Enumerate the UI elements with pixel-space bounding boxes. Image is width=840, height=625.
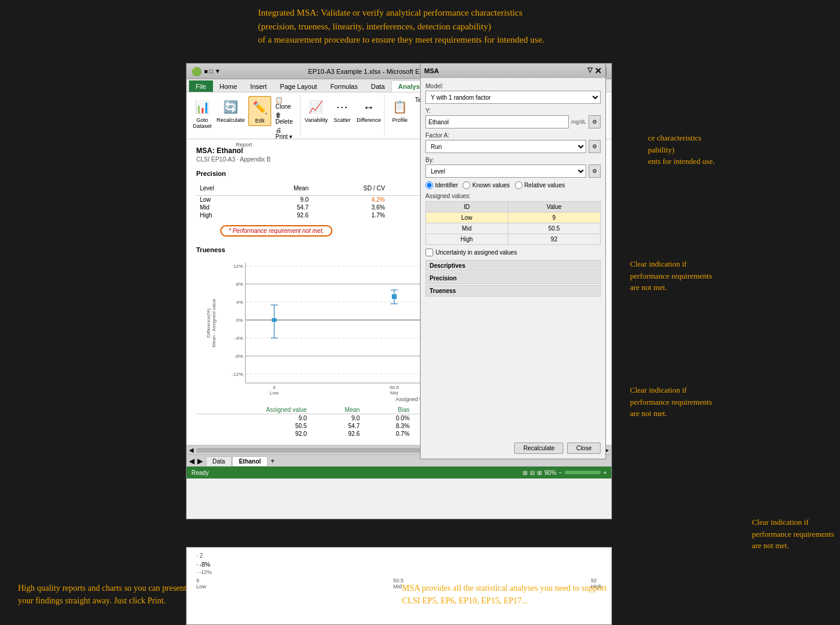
sheet-subtitle: CLSI EP10-A3 · Appendix B <box>196 156 271 163</box>
scatter-button[interactable]: ⋯ Scatter <box>331 96 353 125</box>
svg-text:9: 9 <box>273 385 276 390</box>
edit-label: Edit <box>255 118 265 124</box>
zoom-controls[interactable]: ⊞ ⊟ ⊞ 90% − + <box>523 470 607 476</box>
difference-icon: ↔ <box>359 97 379 116</box>
uncertainty-checkbox[interactable] <box>425 249 433 256</box>
bias-2: 8.3% <box>364 422 413 430</box>
tab-page-layout[interactable]: Page Layout <box>274 80 324 92</box>
sheet-nav-left[interactable]: ◀ <box>189 457 194 465</box>
recalculate-icon: 🔄 <box>221 97 241 116</box>
mean-low: 9.0 <box>253 196 312 204</box>
known-values-radio-label[interactable]: Known values <box>463 181 509 189</box>
tab-file[interactable]: File <box>189 80 213 92</box>
svg-text:Low: Low <box>270 390 279 395</box>
row-val-low: 9 <box>508 213 600 223</box>
col-mean: Mean <box>253 181 312 196</box>
variability-icon: 📈 <box>307 97 326 116</box>
assigned-values-section: Assigned values: ID Value Low 9 Mid 50. <box>425 193 601 245</box>
factor-a-label: Factor A: <box>425 132 601 139</box>
precision-section[interactable]: Precision <box>425 273 601 284</box>
svg-rect-21 <box>272 318 277 322</box>
y-options-button[interactable]: ⚙ <box>589 115 601 128</box>
th-assigned: Assigned value <box>196 406 310 414</box>
table-row[interactable]: Low 9 <box>426 213 601 223</box>
sheet-tab-ethanol[interactable]: Ethanol <box>232 456 268 466</box>
print-button[interactable]: 🖨 Print ▾ <box>274 126 296 140</box>
svg-text:-4%: -4% <box>235 336 243 341</box>
model-label: Model: <box>425 83 601 89</box>
table-row[interactable]: High 92 <box>426 234 601 245</box>
relative-values-radio-label[interactable]: Relative values <box>515 181 565 189</box>
chart-y-label: Difference(%)Mean - Assigned value <box>206 299 217 348</box>
identifier-radio[interactable] <box>425 181 433 189</box>
recalculate-label: Recalculate <box>217 118 245 124</box>
mean-3: 92.6 <box>310 430 363 438</box>
assigned-3: 92.0 <box>196 430 310 438</box>
status-ready: Ready <box>191 470 209 476</box>
goto-dataset-label: GotoDataset <box>193 118 211 130</box>
msa-dialog: MSA ▽ ✕ Model: Y with 1 random factor Y:… <box>420 63 606 459</box>
dialog-expand-icon[interactable]: ▽ <box>587 66 592 76</box>
factor-a-row: Factor A: Run ⚙ <box>425 132 601 153</box>
svg-text:-8%: -8% <box>235 354 243 359</box>
descriptives-section[interactable]: Descriptives <box>425 260 601 271</box>
sheet-title: MSA: Ethanol <box>196 146 271 155</box>
tab-data[interactable]: Data <box>364 80 391 92</box>
zoom-level: 90% <box>544 470 556 476</box>
table-row[interactable]: Mid 50.5 <box>426 223 601 234</box>
factor-a-options-button[interactable]: ⚙ <box>589 140 601 153</box>
identifier-radio-label[interactable]: Identifier <box>425 181 458 189</box>
sheet-tab-data[interactable]: Data <box>206 456 232 466</box>
status-bar: Ready ⊞ ⊟ ⊞ 90% − + <box>187 466 611 479</box>
assigned-values-table: ID Value Low 9 Mid 50.5 High 92 <box>425 201 601 245</box>
y-row: Y: mg/dL ⚙ <box>425 107 601 128</box>
scatter-icon: ⋯ <box>332 97 352 116</box>
difference-label: Difference <box>356 118 381 124</box>
factor-a-select[interactable]: Run <box>425 140 586 153</box>
mean-high: 92.6 <box>253 211 312 219</box>
th-id: ID <box>426 202 508 213</box>
variability-button[interactable]: 📈 Variability <box>304 96 329 125</box>
close-dialog-button[interactable]: Close <box>567 442 601 454</box>
tab-home[interactable]: Home <box>213 80 244 92</box>
y-unit: mg/dL <box>571 119 586 125</box>
known-values-radio[interactable] <box>463 181 470 189</box>
tab-insert[interactable]: Insert <box>244 80 274 92</box>
by-select[interactable]: Level <box>425 165 586 178</box>
add-sheet-button[interactable]: + <box>271 457 275 465</box>
svg-text:-12%: -12% <box>232 372 243 377</box>
profile-label: Profile <box>392 118 408 124</box>
delete-button[interactable]: 🗑 Delete <box>274 111 296 125</box>
tab-formulas[interactable]: Formulas <box>323 80 364 92</box>
row-val-high: 92 <box>508 234 600 245</box>
svg-text:50.5: 50.5 <box>389 385 399 390</box>
difference-button[interactable]: ↔ Difference <box>355 96 382 125</box>
y-input[interactable] <box>425 115 569 128</box>
sheet-nav-right[interactable]: ▶ <box>197 457 203 465</box>
by-options-button[interactable]: ⚙ <box>589 165 601 178</box>
profile-button[interactable]: 📋 Profile <box>389 96 411 125</box>
edit-button[interactable]: ✏️ Edit <box>248 96 271 126</box>
recalculate-button[interactable]: 🔄 Recalculate <box>215 96 246 125</box>
edit-icon: ✏️ <box>250 98 269 117</box>
goto-dataset-button[interactable]: 📊 GotoDataset <box>191 96 213 131</box>
trueness-section[interactable]: Trueness <box>425 285 601 297</box>
performance-warning: * Performance requirement not met. <box>220 225 332 237</box>
assigned-1: 9.0 <box>196 414 310 423</box>
level-high: High <box>196 211 253 219</box>
uncertainty-row: Uncertainty in assigned values <box>425 249 601 256</box>
model-select[interactable]: Y with 1 random factor <box>425 91 601 104</box>
svg-text:12%: 12% <box>233 264 243 269</box>
profile-icon: 📋 <box>391 97 410 116</box>
th-value: Value <box>508 202 600 213</box>
sdcv-mid: 3.6% <box>312 204 389 211</box>
clone-button[interactable]: 📋 Clone <box>274 96 296 110</box>
dialog-close-button[interactable]: ✕ <box>595 66 602 76</box>
bias-1: 0.0% <box>364 414 413 423</box>
th-bias: Bias <box>364 406 413 414</box>
recalculate-dialog-button[interactable]: Recalculate <box>514 442 563 454</box>
uncertainty-label: Uncertainty in assigned values <box>436 249 517 256</box>
relative-values-radio[interactable] <box>515 181 523 189</box>
zoom-slider[interactable] <box>565 471 601 474</box>
row-id-low: Low <box>426 213 508 223</box>
